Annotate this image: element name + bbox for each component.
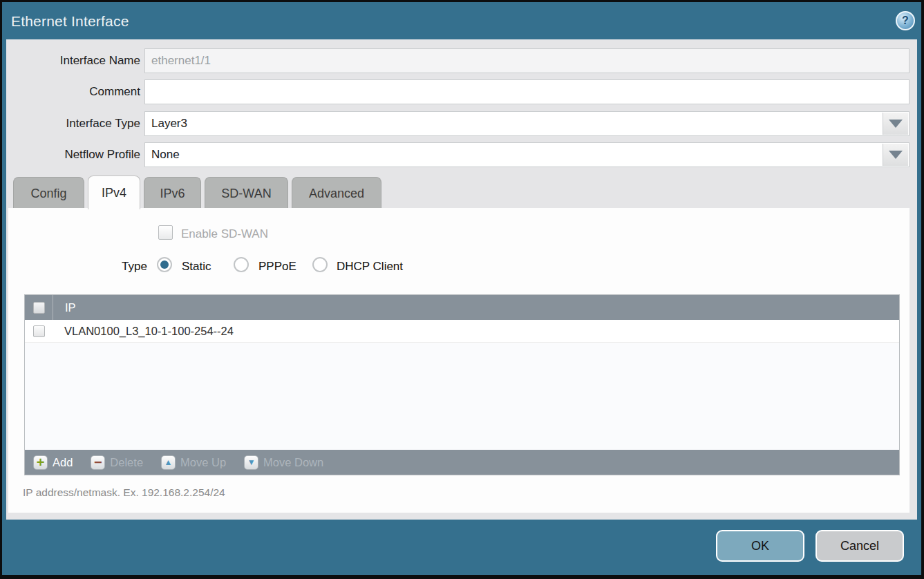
tab-ipv4[interactable]: IPv4 [88,175,140,209]
interface-type-dropdown[interactable]: Layer3 [144,111,909,136]
arrow-up-icon: ▲ [161,455,176,470]
radio-static[interactable] [157,257,172,272]
interface-type-label: Interface Type [0,117,140,131]
ip-table: IP VLAN0100_L3_10-1-100-254--24 + Add − … [24,294,900,475]
table-empty-area [25,343,899,450]
help-icon[interactable]: ? [896,11,915,30]
tab-ipv4-label: IPv4 [102,186,126,200]
ok-button[interactable]: OK [716,530,804,562]
netflow-profile-dropdown-button[interactable] [883,144,908,166]
arrow-down-icon: ▼ [244,455,258,470]
interface-name-input [144,48,909,73]
interface-type-value: Layer3 [151,117,187,131]
radio-dhcp-client[interactable] [312,257,328,272]
move-down-button[interactable]: ▼ Move Down [244,455,323,470]
dialog-title: Ethernet Interface [11,13,129,30]
ok-button-label: OK [751,539,769,553]
netflow-profile-value: None [151,148,180,162]
tab-sdwan[interactable]: SD-WAN [205,177,288,209]
table-row[interactable]: VLAN0100_L3_10-1-100-254--24 [25,320,899,343]
help-glyph: ? [902,15,909,26]
radio-static-label[interactable]: Static [182,260,211,274]
add-button-label: Add [53,456,73,469]
comment-input[interactable] [144,79,909,104]
tab-ipv6-label: IPv6 [160,187,185,201]
move-up-button-label: Move Up [180,456,226,469]
radio-dhcp-client-label[interactable]: DHCP Client [337,260,403,274]
ip-table-header: IP [25,295,899,320]
chevron-down-icon [889,120,903,128]
plus-icon: + [33,455,48,470]
select-all-checkbox[interactable] [33,302,45,314]
netflow-profile-dropdown[interactable]: None [144,142,909,167]
ethernet-interface-dialog: Ethernet Interface ? Interface Name Comm… [0,0,924,579]
move-up-button[interactable]: ▲ Move Up [161,455,226,470]
delete-button-label: Delete [110,456,143,469]
delete-button[interactable]: − Delete [91,455,143,470]
tab-bar: Config IPv4 IPv6 SD-WAN Advanced [13,175,381,209]
comment-label: Comment [0,85,140,99]
table-toolbar: + Add − Delete ▲ Move Up ▼ Move Down [25,450,899,475]
enable-sdwan-label: Enable SD-WAN [181,227,268,241]
radio-pppoe-label[interactable]: PPPoE [258,260,296,274]
tab-advanced[interactable]: Advanced [292,177,381,209]
tab-advanced-label: Advanced [309,187,364,201]
tab-ipv6[interactable]: IPv6 [144,177,201,209]
ip-format-hint: IP address/netmask. Ex. 192.168.2.254/24 [23,486,225,499]
interface-type-dropdown-button[interactable] [883,113,908,135]
minus-icon: − [91,455,105,470]
cancel-button[interactable]: Cancel [815,530,904,562]
interface-name-label: Interface Name [0,54,140,68]
radio-pppoe[interactable] [234,257,249,272]
ip-cell: VLAN0100_L3_10-1-100-254--24 [53,325,234,338]
chevron-down-icon [889,151,903,159]
tab-config-label: Config [30,187,66,201]
type-label: Type [122,260,147,274]
ip-column-header: IP [53,301,76,314]
row-checkbox[interactable] [33,325,45,337]
radio-dot-icon [160,260,169,269]
cancel-button-label: Cancel [840,539,879,553]
move-down-button-label: Move Down [263,456,323,469]
netflow-profile-label: Netflow Profile [0,148,140,162]
enable-sdwan-checkbox[interactable] [158,225,173,240]
tab-config[interactable]: Config [13,177,84,209]
tab-sdwan-label: SD-WAN [221,187,271,201]
add-button[interactable]: + Add [33,455,73,470]
